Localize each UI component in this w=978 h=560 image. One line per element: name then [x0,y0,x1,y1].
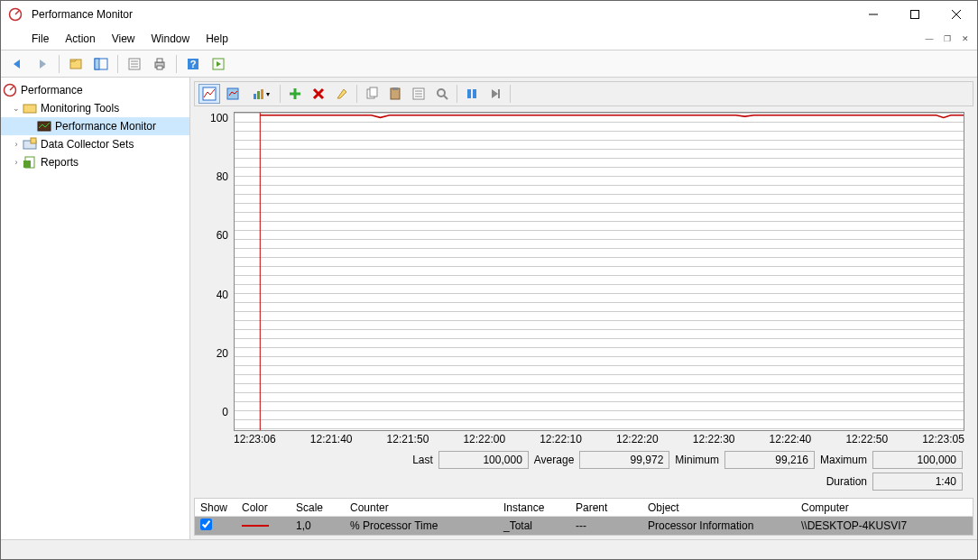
highlight-button[interactable] [331,84,353,104]
svg-rect-22 [254,94,256,99]
app-icon-small [5,30,19,44]
duration-value: 1:40 [872,473,963,491]
xtick: 12:21:40 [310,433,353,445]
avg-value: 99,972 [579,451,669,469]
titlebar: Performance Monitor [1,1,977,28]
mdi-close[interactable]: ✕ [957,32,973,46]
grid-header: Show Color Scale Counter Instance Parent… [195,499,973,517]
scale-cell: 1,0 [291,519,345,532]
ytick: 20 [198,347,228,360]
xtick: 12:23:06 [234,433,276,445]
help-button[interactable]: ? [182,53,204,75]
counter-grid[interactable]: Show Color Scale Counter Instance Parent… [194,498,973,536]
ytick: 0 [198,406,228,418]
tree-reports[interactable]: › Reports [1,153,189,171]
col-computer[interactable]: Computer [796,501,973,514]
menu-view[interactable]: View [105,30,143,48]
min-value: 99,216 [724,451,815,469]
delete-counter-button[interactable] [308,84,329,104]
object-cell: Processor Information [642,519,796,532]
svg-point-30 [438,89,445,96]
collapse-icon[interactable]: ⌄ [10,104,23,113]
zoom-button[interactable] [431,84,453,104]
show-hide-tree-button[interactable] [65,53,87,75]
tree-dcs-label: Data Collector Sets [41,138,134,151]
svg-rect-21 [227,88,238,99]
app-title: Performance Monitor [32,8,133,21]
nav-tree[interactable]: Performance ⌄ Monitoring Tools Performan… [1,78,190,539]
col-parent[interactable]: Parent [570,501,642,514]
copy-button[interactable] [361,84,383,104]
xtick: 12:21:50 [387,433,429,445]
tree-data-collector-sets[interactable]: › Data Collector Sets [1,135,189,153]
properties-button[interactable] [124,53,145,75]
max-value: 100,000 [872,451,963,469]
tree-root[interactable]: Performance [1,81,189,99]
chart-plot[interactable] [234,112,964,431]
tree-monitoring-label: Monitoring Tools [41,102,119,115]
view-log-button[interactable] [222,84,244,104]
grid-row[interactable]: 1,0 % Processor Time _Total --- Processo… [195,517,973,535]
xtick: 12:22:00 [463,433,505,445]
chart-area: 100 80 60 40 20 0 12:23 [194,106,973,496]
tree-reports-label: Reports [41,156,78,169]
min-label: Minimum [675,454,719,466]
xtick: 12:22:50 [845,433,888,445]
menu-help[interactable]: Help [198,30,235,48]
print-button[interactable] [149,53,171,75]
xtick: 12:22:10 [540,433,582,445]
forward-button[interactable] [32,53,53,75]
xtick: 12:22:40 [770,433,812,445]
view-current-button[interactable] [198,84,220,104]
paste-button[interactable] [384,84,406,104]
xtick: 12:23:05 [922,433,964,445]
ytick: 60 [198,229,228,242]
duration-label: Duration [826,475,867,488]
show-checkbox-cell [195,519,236,533]
mdi-restore[interactable]: ❐ [939,32,955,46]
perf-icon [3,83,17,97]
freeze-button[interactable] [461,84,483,104]
expand-icon[interactable]: › [10,158,23,167]
tree-perfmon-label: Performance Monitor [55,120,156,133]
last-value: 100,000 [438,451,529,469]
expand-icon[interactable]: › [10,140,23,149]
folder-icon [23,101,37,115]
parent-cell: --- [570,519,642,532]
show-checkbox[interactable] [200,519,212,530]
layout-button[interactable] [90,53,112,75]
add-counter-button[interactable] [284,84,306,104]
ytick: 40 [198,289,228,301]
update-button[interactable] [484,84,506,104]
tree-monitoring-tools[interactable]: ⌄ Monitoring Tools [1,99,189,117]
chart-toolbar: ▾ [194,81,973,106]
mdi-minimize[interactable]: — [921,32,937,46]
menu-window[interactable]: Window [144,30,198,48]
back-button[interactable] [6,53,28,75]
col-scale[interactable]: Scale [291,501,345,514]
close-button[interactable] [936,1,977,28]
xtick: 12:22:20 [616,433,659,445]
col-counter[interactable]: Counter [345,501,498,514]
col-instance[interactable]: Instance [498,501,570,514]
svg-rect-19 [23,161,31,168]
col-show[interactable]: Show [195,501,236,514]
col-color[interactable]: Color [236,501,291,514]
app-window: Performance Monitor File Action View Win… [0,0,978,560]
change-type-button[interactable]: ▾ [245,84,276,104]
svg-rect-32 [473,89,476,98]
minimize-button[interactable] [853,1,894,28]
properties-button2[interactable] [408,84,429,104]
col-object[interactable]: Object [642,501,796,514]
run-button[interactable] [208,53,229,75]
body: Performance ⌄ Monitoring Tools Performan… [1,78,977,539]
menu-file[interactable]: File [24,30,56,48]
svg-rect-28 [392,87,398,90]
maximize-button[interactable] [894,1,936,28]
svg-rect-5 [95,59,99,69]
svg-rect-26 [370,87,377,96]
svg-rect-33 [498,89,500,98]
tree-performance-monitor[interactable]: Performance Monitor [1,117,189,135]
menu-action[interactable]: Action [58,30,102,48]
svg-rect-1 [911,11,919,19]
